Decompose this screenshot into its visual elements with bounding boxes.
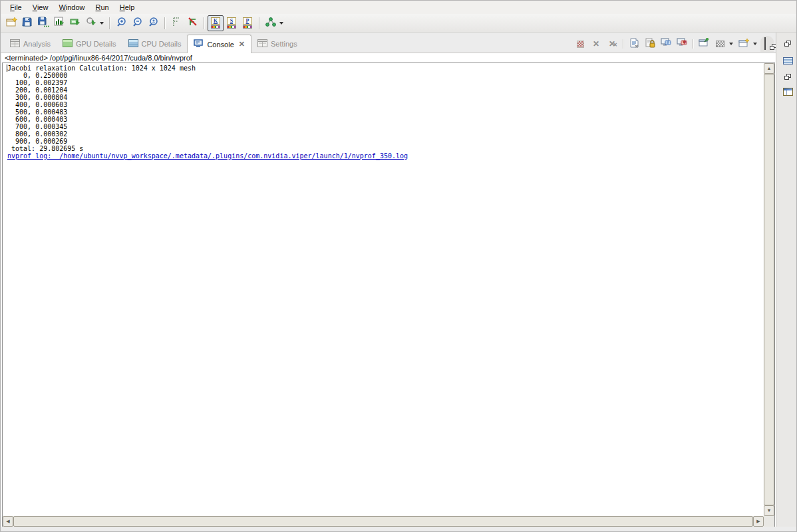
console-line: 500, 0.000483 (7, 108, 763, 116)
clear-flag-icon (188, 17, 198, 29)
console-output-area[interactable]: Jacobi relaxation Calculation: 1024 x 10… (2, 63, 775, 527)
vertical-scroll-thumb[interactable] (764, 74, 774, 505)
open-console-caret[interactable] (753, 43, 757, 45)
show-stdout-icon (661, 38, 671, 51)
menu-view[interactable]: View (27, 2, 54, 13)
console-view: <terminated> /opt/pgi/linux86-64/2017/cu… (1, 53, 776, 528)
remove-launch-icon: ✕ (593, 40, 599, 48)
save-all-icon (38, 17, 49, 30)
stream-color-button[interactable]: S (224, 15, 239, 31)
display-console-caret[interactable] (729, 43, 733, 45)
tab-settings[interactable]: Settings (251, 35, 303, 53)
console-toolbar-separator (623, 39, 623, 49)
menu-file[interactable]: File (5, 2, 27, 13)
console-process-label: <terminated> /opt/pgi/linux86-64/2017/cu… (5, 54, 192, 62)
clear-console-icon (629, 38, 639, 51)
toolbar-separator (259, 17, 259, 29)
open-console-icon (738, 38, 750, 51)
remove-launch-button[interactable]: ✕ (589, 37, 603, 51)
console-toolbar-separator (693, 39, 693, 49)
svg-text:✱: ✱ (683, 40, 687, 45)
vertical-scrollbar[interactable]: ▲ ▼ (764, 63, 774, 516)
clear-console-button[interactable] (627, 37, 641, 51)
segment-mode-icon (70, 17, 81, 30)
gpu-table-icon (63, 39, 73, 49)
minimized-views-strip (776, 33, 796, 531)
restore-view-button[interactable] (782, 71, 794, 83)
console-line: total: 29.802695 s (7, 145, 763, 152)
kernel-color-button[interactable]: K (208, 15, 224, 31)
zoom-out-icon (132, 17, 142, 30)
scroll-lock-button[interactable] (643, 37, 657, 51)
scroll-down-button[interactable]: ▼ (764, 505, 774, 516)
pin-console-button[interactable] (697, 37, 711, 51)
tab-label: CPU Details (142, 40, 182, 48)
scroll-left-button[interactable]: ◀ (3, 516, 13, 527)
minimize-view-button[interactable] (764, 38, 766, 50)
timeline-chart-icon (54, 17, 65, 30)
pin-console-icon (699, 38, 709, 50)
restore-view-icon (784, 74, 792, 80)
console-line: 700, 0.000345 (7, 123, 763, 130)
console-toolbar: ✕ ✕✕ ✱ (573, 35, 776, 53)
zoom-out-button[interactable] (129, 15, 145, 31)
app-window: File View Window Run Help (0, 0, 797, 532)
save-all-button[interactable] (35, 15, 51, 31)
console-text: Jacobi relaxation Calculation: 1024 x 10… (3, 63, 763, 515)
terminate-icon (577, 41, 584, 48)
restore-view-icon (784, 41, 792, 47)
properties-view-button[interactable] (782, 55, 794, 66)
display-console-icon (716, 41, 724, 47)
console-line: 400, 0.000603 (7, 101, 763, 108)
tab-label: Console (207, 41, 234, 49)
tab-analysis[interactable]: Analysis (4, 35, 57, 53)
save-button[interactable] (19, 15, 35, 31)
new-session-button[interactable] (3, 15, 19, 31)
restore-view-button[interactable] (782, 38, 794, 50)
display-console-button[interactable] (713, 37, 727, 51)
segment-button[interactable] (67, 15, 83, 31)
terminate-button[interactable] (573, 37, 587, 51)
horizontal-scrollbar[interactable]: ◀ ▶ (3, 516, 764, 527)
analyze-button[interactable] (83, 15, 99, 31)
tab-console[interactable]: Console ✕ (187, 35, 251, 53)
properties-table-icon (783, 57, 793, 65)
tabs: Analysis GPU Details CPU Details Console… (1, 33, 303, 53)
console-line: 200, 0.001204 (7, 86, 763, 94)
zoom-fit-icon (148, 17, 158, 30)
toolbar-separator (109, 17, 110, 29)
zoom-in-button[interactable] (113, 15, 129, 31)
tab-gpu-details[interactable]: GPU Details (57, 35, 122, 53)
timeline-button[interactable] (51, 15, 67, 31)
show-stderr-icon: ✱ (677, 38, 687, 51)
show-stderr-button[interactable]: ✱ (675, 37, 689, 51)
menu-window[interactable]: Window (53, 2, 90, 13)
console-line: Jacobi relaxation Calculation: 1024 x 10… (7, 65, 763, 72)
scroll-up-button[interactable]: ▲ (764, 63, 774, 74)
analyze-icon (86, 17, 97, 30)
nvprof-log-link[interactable]: nvprof log: /home/ubuntu/nvvp_workspace/… (7, 152, 763, 160)
menu-run[interactable]: Run (90, 2, 114, 13)
tab-cpu-details[interactable]: CPU Details (122, 35, 188, 53)
open-console-button[interactable] (736, 37, 751, 51)
node-graph-button[interactable] (263, 15, 279, 31)
flag-icon (172, 17, 181, 29)
analyze-dropdown-caret[interactable] (100, 22, 104, 25)
scroll-right-button[interactable]: ▶ (753, 516, 764, 527)
show-stdout-button[interactable] (659, 37, 673, 51)
flag-button[interactable] (168, 15, 184, 31)
process-color-button[interactable]: P (239, 15, 255, 31)
node-graph-dropdown-caret[interactable] (279, 22, 283, 25)
horizontal-scroll-thumb[interactable] (13, 516, 753, 527)
save-icon (22, 17, 33, 30)
timeline-panel-button[interactable] (782, 86, 794, 98)
zoom-fit-button[interactable] (145, 15, 161, 31)
clear-flag-button[interactable] (184, 15, 200, 31)
menu-help[interactable]: Help (114, 2, 140, 13)
tab-label: GPU Details (76, 40, 116, 48)
settings-grid-icon (257, 39, 267, 49)
close-icon[interactable]: ✕ (239, 40, 245, 49)
console-line: 100, 0.002397 (7, 79, 763, 86)
remove-all-launches-button[interactable]: ✕✕ (605, 37, 619, 51)
stream-color-icon: S (227, 17, 236, 29)
